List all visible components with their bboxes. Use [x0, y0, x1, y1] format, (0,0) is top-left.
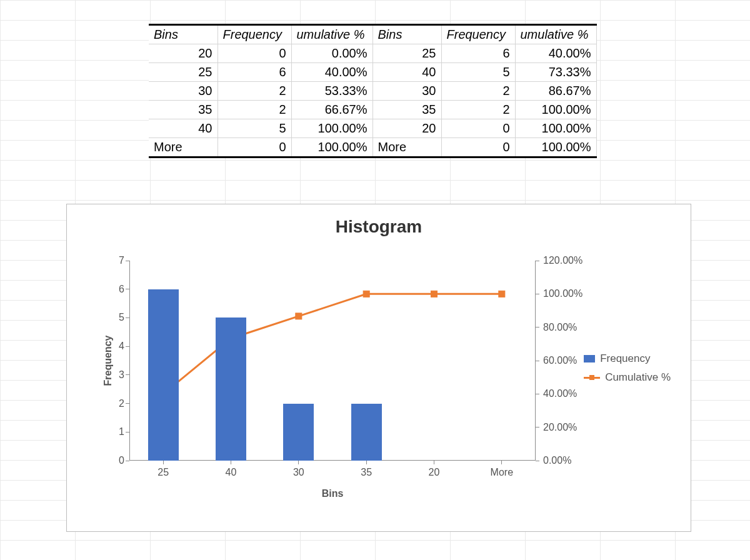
y-left-tick: 2 [119, 398, 129, 409]
col-cum-1: umulative % [291, 25, 372, 44]
cell[interactable]: 6 [441, 44, 515, 63]
cell[interactable]: 35 [149, 101, 218, 119]
col-freq-2: Frequency [441, 25, 515, 44]
col-bins-2: Bins [372, 25, 441, 44]
cell[interactable]: 6 [218, 63, 291, 82]
legend-cumulative: Cumulative % [584, 371, 671, 384]
cell[interactable]: 100.00% [515, 119, 596, 138]
cell[interactable]: 0.00% [291, 44, 372, 63]
y-left-tick: 5 [119, 312, 129, 323]
x-tick: 25 [158, 461, 169, 478]
table-row: 25640.00%40573.33% [149, 63, 596, 82]
chart-legend: Frequency Cumulative % [584, 346, 671, 390]
y-right-tick: 0.00% [536, 455, 571, 466]
y-right-tick: 40.00% [536, 388, 577, 399]
cell[interactable]: 2 [218, 101, 291, 119]
y-right-tick: 120.00% [536, 255, 582, 266]
cell[interactable]: 40.00% [291, 63, 372, 82]
cell[interactable]: More [149, 138, 218, 158]
cell[interactable]: 0 [441, 119, 515, 138]
frequency-table: Bins Frequency umulative % Bins Frequenc… [149, 24, 597, 158]
x-axis-title: Bins [129, 488, 536, 499]
cell[interactable]: 0 [441, 138, 515, 158]
y-axis-title: Frequency [102, 336, 114, 386]
cell[interactable]: More [372, 138, 441, 158]
table-row: More0100.00%More0100.00% [149, 138, 596, 158]
histogram-chart[interactable]: Histogram Frequency Bins 012345670.00%20… [66, 204, 691, 532]
y-left-tick: 4 [119, 341, 129, 352]
table-row: 405100.00%200100.00% [149, 119, 596, 138]
cell[interactable]: 35 [372, 101, 441, 119]
cell[interactable]: 66.67% [291, 101, 372, 119]
cell[interactable]: 30 [149, 82, 218, 101]
y-left-tick: 3 [119, 369, 129, 381]
y-right-tick: 80.00% [536, 322, 577, 333]
line-marker [296, 313, 302, 319]
chart-title: Histogram [67, 217, 691, 237]
cell[interactable]: 25 [372, 44, 441, 63]
table-row: 30253.33%30286.67% [149, 82, 596, 101]
bar-swatch-icon [584, 355, 595, 362]
col-freq-1: Frequency [218, 25, 291, 44]
table-header-row: Bins Frequency umulative % Bins Frequenc… [149, 25, 596, 44]
bar [351, 404, 382, 461]
cell[interactable]: 100.00% [291, 138, 372, 158]
cell[interactable]: 2 [441, 101, 515, 119]
cell[interactable]: 5 [441, 63, 515, 82]
col-bins-1: Bins [149, 25, 218, 44]
y-left-tick: 1 [119, 426, 129, 438]
cell[interactable]: 100.00% [291, 119, 372, 138]
bar [283, 404, 314, 461]
cell[interactable]: 73.33% [515, 63, 596, 82]
table-row: 2000.00%25640.00% [149, 44, 596, 63]
x-tick: 40 [226, 461, 237, 478]
y-left-tick: 7 [119, 255, 129, 266]
x-tick: 30 [293, 461, 304, 478]
bar [216, 318, 246, 461]
y-left-tick: 0 [119, 455, 129, 466]
x-tick: 35 [361, 461, 372, 478]
y-left-tick: 6 [119, 284, 129, 295]
cell[interactable]: 100.00% [515, 101, 596, 119]
legend-line-label: Cumulative % [605, 371, 671, 384]
cell[interactable]: 20 [372, 119, 441, 138]
cumulative-line-path [163, 294, 502, 394]
cell[interactable]: 40 [372, 63, 441, 82]
cell[interactable]: 53.33% [291, 82, 372, 101]
plot-area: Frequency Bins 012345670.00%20.00%40.00%… [129, 261, 536, 461]
x-tick: More [491, 461, 513, 478]
y-right-tick: 60.00% [536, 355, 577, 366]
table-row: 35266.67%352100.00% [149, 101, 596, 119]
cell[interactable]: 0 [218, 138, 291, 158]
y-right-tick: 100.00% [536, 288, 582, 299]
cell[interactable]: 30 [372, 82, 441, 101]
legend-frequency: Frequency [584, 352, 671, 365]
cumulative-line [129, 261, 536, 461]
cell[interactable]: 40.00% [515, 44, 596, 63]
col-cum-2: umulative % [515, 25, 596, 44]
line-marker [431, 291, 438, 297]
cell[interactable]: 100.00% [515, 138, 596, 158]
legend-bar-label: Frequency [600, 352, 650, 365]
line-marker [363, 291, 369, 297]
x-tick: 20 [429, 461, 440, 478]
line-swatch-icon [584, 374, 600, 381]
cell[interactable]: 20 [149, 44, 218, 63]
bar [148, 289, 179, 461]
cell[interactable]: 40 [149, 119, 218, 138]
cell[interactable]: 5 [218, 119, 291, 138]
line-marker [499, 291, 505, 297]
y-right-tick: 20.00% [536, 422, 577, 433]
cell[interactable]: 2 [218, 82, 291, 101]
cell[interactable]: 86.67% [515, 82, 596, 101]
cell[interactable]: 0 [218, 44, 291, 63]
cell[interactable]: 2 [441, 82, 515, 101]
cell[interactable]: 25 [149, 63, 218, 82]
